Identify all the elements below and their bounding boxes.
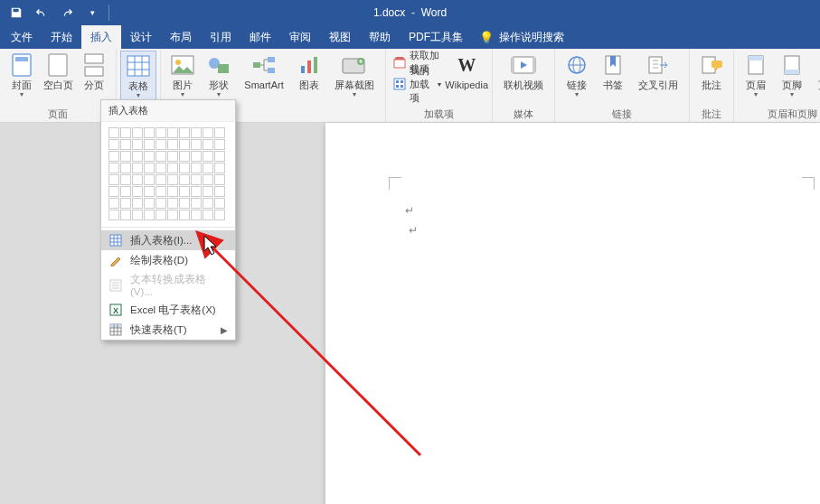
grid-cell[interactable] <box>108 174 119 185</box>
grid-cell[interactable] <box>179 186 190 197</box>
footer-button[interactable]: 页脚▾ <box>774 51 810 100</box>
grid-cell[interactable] <box>108 127 119 138</box>
my-addins-button[interactable]: 我的加载项▾ <box>393 74 441 94</box>
document-page[interactable]: ↵ ↵ <box>325 123 820 504</box>
grid-cell[interactable] <box>179 210 190 220</box>
grid-cell[interactable] <box>132 151 143 162</box>
grid-cell[interactable] <box>144 151 155 162</box>
grid-cell[interactable] <box>120 139 131 150</box>
shapes-button[interactable]: 形状▾ <box>201 51 237 100</box>
save-button[interactable] <box>5 2 27 23</box>
grid-cell[interactable] <box>156 139 166 150</box>
excel-spreadsheet-item[interactable]: X Excel 电子表格(X) <box>101 300 235 320</box>
grid-cell[interactable] <box>108 210 119 220</box>
grid-cell[interactable] <box>167 186 178 197</box>
grid-cell[interactable] <box>108 163 119 173</box>
grid-cell[interactable] <box>214 174 225 185</box>
grid-cell[interactable] <box>132 174 143 185</box>
grid-cell[interactable] <box>144 139 155 150</box>
undo-button[interactable] <box>31 2 52 23</box>
grid-cell[interactable] <box>203 139 213 150</box>
grid-cell[interactable] <box>167 174 178 185</box>
grid-cell[interactable] <box>203 163 213 173</box>
grid-cell[interactable] <box>144 163 155 173</box>
grid-cell[interactable] <box>132 139 143 150</box>
grid-cell[interactable] <box>191 151 202 162</box>
grid-cell[interactable] <box>120 151 131 162</box>
grid-cell[interactable] <box>144 198 155 209</box>
grid-cell[interactable] <box>156 127 166 138</box>
wikipedia-button[interactable]: W Wikipedia <box>445 51 488 92</box>
grid-cell[interactable] <box>120 127 131 138</box>
draw-table-item[interactable]: 绘制表格(D) <box>101 250 235 270</box>
crossref-button[interactable]: 交叉引用 <box>631 51 685 92</box>
blank-page-button[interactable]: 空白页 <box>40 51 76 92</box>
grid-cell[interactable] <box>144 186 155 197</box>
tell-me-search[interactable]: 💡 操作说明搜索 <box>472 25 571 49</box>
grid-cell[interactable] <box>144 127 155 138</box>
table-size-grid[interactable] <box>101 122 235 224</box>
comment-button[interactable]: 批注 <box>693 51 730 92</box>
page-break-button[interactable]: 分页 <box>76 51 112 92</box>
grid-cell[interactable] <box>108 198 119 209</box>
grid-cell[interactable] <box>203 210 213 220</box>
tab-help[interactable]: 帮助 <box>360 25 400 49</box>
grid-cell[interactable] <box>132 163 143 173</box>
grid-cell[interactable] <box>167 210 178 220</box>
grid-cell[interactable] <box>156 174 166 185</box>
pagenumber-button[interactable]: # 页码▾ <box>810 51 820 100</box>
grid-cell[interactable] <box>156 186 166 197</box>
grid-cell[interactable] <box>203 186 213 197</box>
grid-cell[interactable] <box>203 174 213 185</box>
grid-cell[interactable] <box>214 163 225 173</box>
grid-cell[interactable] <box>214 210 225 220</box>
grid-cell[interactable] <box>120 198 131 209</box>
table-button[interactable]: 表格▾ <box>120 51 156 102</box>
tab-layout[interactable]: 布局 <box>161 25 201 49</box>
tab-insert[interactable]: 插入 <box>81 25 121 49</box>
grid-cell[interactable] <box>191 139 202 150</box>
grid-cell[interactable] <box>179 151 190 162</box>
grid-cell[interactable] <box>167 151 178 162</box>
tab-home[interactable]: 开始 <box>42 25 81 49</box>
grid-cell[interactable] <box>156 198 166 209</box>
insert-table-item[interactable]: 插入表格(I)... <box>101 230 235 250</box>
grid-cell[interactable] <box>214 151 225 162</box>
grid-cell[interactable] <box>120 163 131 173</box>
grid-cell[interactable] <box>132 210 143 220</box>
qat-customize[interactable]: ▾ <box>81 2 103 23</box>
grid-cell[interactable] <box>179 127 190 138</box>
tab-pdf[interactable]: PDF工具集 <box>400 25 472 49</box>
grid-cell[interactable] <box>203 198 213 209</box>
grid-cell[interactable] <box>203 127 213 138</box>
grid-cell[interactable] <box>191 127 202 138</box>
grid-cell[interactable] <box>191 198 202 209</box>
grid-cell[interactable] <box>191 174 202 185</box>
grid-cell[interactable] <box>156 151 166 162</box>
redo-button[interactable] <box>56 2 78 23</box>
online-video-button[interactable]: 联机视频 <box>496 51 551 92</box>
tab-file[interactable]: 文件 <box>2 25 42 49</box>
grid-cell[interactable] <box>179 198 190 209</box>
grid-cell[interactable] <box>132 186 143 197</box>
tab-mailings[interactable]: 邮件 <box>240 25 280 49</box>
grid-cell[interactable] <box>191 163 202 173</box>
grid-cell[interactable] <box>191 186 202 197</box>
pictures-button[interactable]: 图片▾ <box>165 51 201 100</box>
grid-cell[interactable] <box>214 127 225 138</box>
grid-cell[interactable] <box>191 210 202 220</box>
grid-cell[interactable] <box>132 127 143 138</box>
cover-page-button[interactable]: 封面▾ <box>4 51 40 100</box>
grid-cell[interactable] <box>120 186 131 197</box>
grid-cell[interactable] <box>108 151 119 162</box>
grid-cell[interactable] <box>144 174 155 185</box>
smartart-button[interactable]: SmartArt <box>237 51 291 92</box>
grid-cell[interactable] <box>132 198 143 209</box>
grid-cell[interactable] <box>167 127 178 138</box>
grid-cell[interactable] <box>108 186 119 197</box>
link-button[interactable]: 链接▾ <box>559 51 595 100</box>
grid-cell[interactable] <box>167 163 178 173</box>
grid-cell[interactable] <box>214 139 225 150</box>
chart-button[interactable]: 图表 <box>291 51 327 92</box>
grid-cell[interactable] <box>156 163 166 173</box>
